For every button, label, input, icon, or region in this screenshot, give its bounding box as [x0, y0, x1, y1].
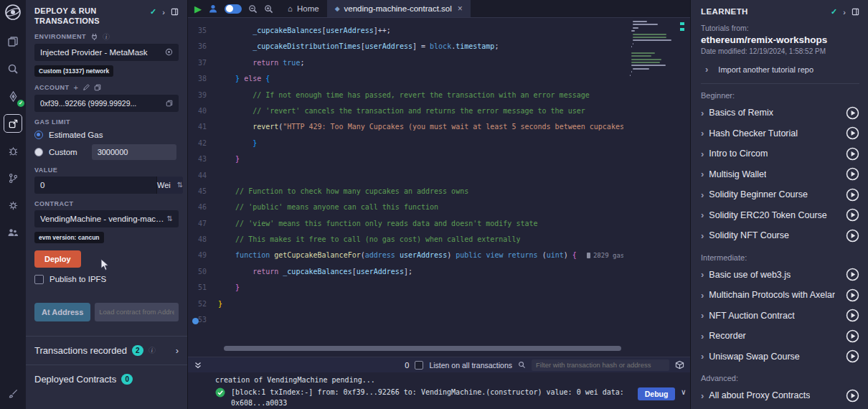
import-tutorial-link[interactable]: › Import another tutorial repo — [705, 64, 859, 75]
deployed-contracts-row[interactable]: Deployed Contracts 0 — [26, 365, 187, 393]
terminal-collapse-icon[interactable] — [194, 361, 202, 370]
code-line[interactable]: 53 — [188, 312, 690, 328]
custom-gas-input[interactable] — [92, 144, 176, 160]
solidity-compiler-icon[interactable]: ✓ — [4, 88, 22, 105]
play-tutorial-icon[interactable] — [846, 309, 859, 322]
code-line[interactable]: 49 function getCupcakeBalanceFor(address… — [188, 248, 690, 263]
play-tutorial-icon[interactable] — [846, 229, 859, 243]
copy-account-icon[interactable] — [94, 84, 101, 91]
transaction-entry[interactable]: [block:1 txIndex:-] from: 0xf39...92266 … — [215, 387, 686, 409]
breakpoint-dot[interactable] — [192, 318, 199, 324]
environment-settings-icon[interactable] — [165, 48, 173, 56]
debug-button[interactable]: Debug — [638, 387, 676, 400]
plug-icon[interactable] — [90, 33, 98, 41]
minimap[interactable] — [630, 21, 670, 80]
deploy-run-icon[interactable] — [4, 115, 22, 132]
close-tab-icon[interactable]: × — [458, 4, 463, 14]
code-line[interactable]: 41 revert("HTTP 429: Too Many Cupcakes (… — [188, 119, 690, 135]
tutorial-item[interactable]: ›Solidity Beginner Course — [701, 184, 859, 205]
contract-select[interactable]: VendingMachine - vending-machin ⇅ — [34, 210, 179, 227]
tutorial-item[interactable]: ›Uniswap Swap Course — [701, 347, 859, 367]
code-line[interactable]: 38 } else { — [188, 71, 690, 87]
panel-pin-icon[interactable] — [171, 8, 179, 16]
play-tutorial-icon[interactable] — [846, 288, 859, 302]
tutorial-item[interactable]: ›Multisig Wallet — [701, 164, 859, 185]
theme-brush-icon[interactable] — [4, 385, 22, 402]
code-line[interactable]: 50 return _cupcakeBalances[userAddress]; — [188, 264, 690, 280]
estimated-gas-radio[interactable] — [34, 131, 43, 139]
code-line[interactable]: 40 // 'revert' cancels the transaction a… — [188, 103, 690, 119]
code-line[interactable]: 37 return true; — [188, 55, 690, 71]
run-script-icon[interactable]: ▶ — [194, 4, 202, 14]
play-tutorial-icon[interactable] — [846, 106, 859, 120]
play-tutorial-icon[interactable] — [846, 126, 859, 140]
tutorial-item[interactable]: ›Basic use of web3.js — [701, 265, 859, 286]
play-tutorial-icon[interactable] — [846, 147, 859, 161]
community-icon[interactable] — [4, 224, 22, 241]
code-line[interactable]: 45 // Function to check how many cupcake… — [188, 184, 690, 199]
play-tutorial-icon[interactable] — [846, 188, 859, 202]
play-tutorial-icon[interactable] — [846, 167, 859, 181]
play-tutorial-icon[interactable] — [846, 268, 859, 281]
panel-pin-icon[interactable] — [852, 8, 859, 16]
tutorial-item[interactable]: ›Intro to Circom — [701, 144, 859, 164]
code-line[interactable]: 46 // 'public' means anyone can call thi… — [188, 199, 690, 215]
deploy-button[interactable]: Deploy — [34, 250, 81, 268]
info-icon[interactable]: i — [103, 33, 110, 40]
tab-vending-machine-contract[interactable]: ◆ vending-machine-contract.sol × — [327, 0, 471, 17]
publish-ipfs-checkbox[interactable] — [34, 275, 44, 284]
add-account-icon[interactable]: + — [74, 83, 78, 92]
play-tutorial-icon[interactable] — [846, 208, 859, 222]
tutorial-item[interactable]: ›Solidity ERC20 Token Course — [701, 205, 859, 226]
tutorial-item[interactable]: ›Solidity NFT Course — [701, 225, 859, 246]
account-select[interactable]: 0xf39...92266 (9999.99929... — [34, 95, 179, 112]
value-input[interactable] — [34, 177, 156, 194]
debugger-icon[interactable] — [4, 142, 22, 159]
sign-message-icon[interactable] — [82, 84, 90, 91]
panel-expand-icon[interactable]: › — [162, 8, 165, 17]
tutorial-item[interactable]: ›Recorder — [701, 326, 859, 347]
tutorial-item[interactable]: ›Multichain Protocols with Axelar — [701, 285, 859, 306]
custom-gas-radio[interactable] — [34, 148, 43, 156]
file-explorer-icon[interactable] — [4, 33, 22, 50]
at-address-button[interactable]: At Address — [34, 303, 90, 321]
play-tutorial-icon[interactable] — [846, 349, 859, 363]
info-icon[interactable]: i — [148, 347, 156, 354]
chevron-right-icon[interactable]: › — [176, 345, 179, 356]
ai-copilot-toggle[interactable] — [225, 4, 242, 14]
environment-select[interactable]: Injected Provider - MetaMask — [34, 44, 179, 61]
plugin-manager-icon[interactable] — [4, 197, 22, 214]
horizontal-scrollbar[interactable] — [224, 346, 621, 351]
tutorial-item[interactable]: ›Basics of Remix — [701, 103, 859, 123]
code-line[interactable]: 43 } — [188, 151, 690, 167]
search-icon[interactable] — [4, 60, 22, 77]
play-tutorial-icon[interactable] — [846, 329, 859, 343]
code-line[interactable]: 52} — [188, 296, 690, 312]
expand-transaction-icon[interactable]: ∨ — [681, 387, 686, 397]
panel-expand-icon[interactable]: › — [843, 8, 846, 17]
listen-all-checkbox[interactable] — [415, 361, 423, 370]
at-address-input[interactable] — [95, 303, 179, 321]
tab-home[interactable]: ⌂ Home — [280, 0, 327, 17]
git-icon[interactable] — [4, 169, 22, 187]
code-line[interactable]: 42 } — [188, 136, 690, 151]
code-line[interactable]: 39 // If not enough time has passed, rev… — [188, 88, 690, 103]
code-line[interactable]: 36 _cupcakeDistributionTimes[userAddress… — [188, 39, 690, 55]
tutorial-item[interactable]: ›NFT Auction Contract — [701, 306, 859, 326]
zoom-in-icon[interactable] — [264, 4, 273, 14]
assistant-person-icon[interactable] — [208, 4, 218, 14]
code-line[interactable]: 35 _cupcakeBalances[userAddress]++; — [188, 23, 690, 39]
value-unit-select[interactable]: Wei ⇅ — [156, 177, 183, 194]
terminal-filter-input[interactable] — [532, 359, 669, 371]
block-icon[interactable] — [675, 360, 684, 370]
tutorial-item[interactable]: ›Hash Checker Tutorial — [701, 123, 859, 144]
play-tutorial-icon[interactable] — [846, 389, 859, 403]
code-editor[interactable]: 35 _cupcakeBalances[userAddress]++;36 _c… — [188, 18, 690, 357]
copy-icon[interactable] — [166, 100, 173, 107]
zoom-out-icon[interactable] — [248, 4, 258, 14]
code-line[interactable]: 51 } — [188, 280, 690, 296]
remix-logo-icon[interactable] — [4, 4, 22, 21]
code-line[interactable]: 48 // This makes it free to call (no gas… — [188, 232, 690, 248]
code-line[interactable]: 47 // 'view' means this function only re… — [188, 216, 690, 232]
transactions-recorded-row[interactable]: Transactions recorded 2 i › — [26, 336, 187, 365]
